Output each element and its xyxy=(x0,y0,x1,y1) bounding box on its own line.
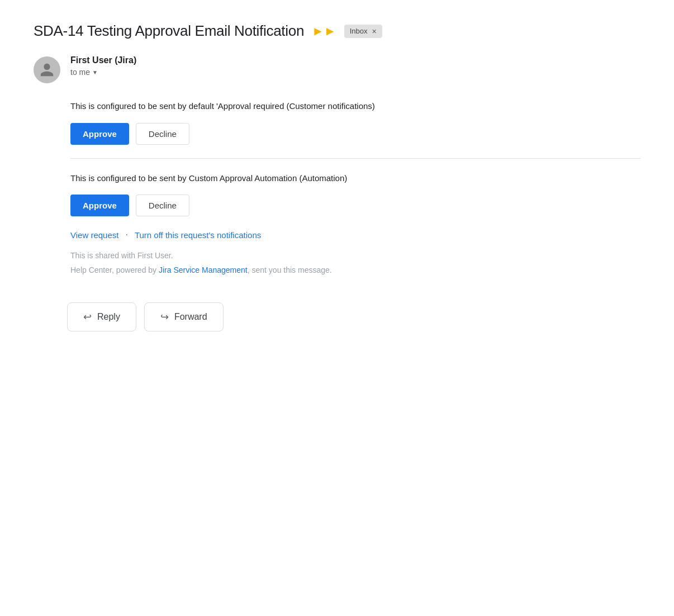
inbox-badge-close[interactable]: × xyxy=(372,27,376,36)
sender-to-label: to me xyxy=(70,68,90,77)
section1-text: This is configured to be sent by default… xyxy=(70,100,640,113)
action-buttons-row: ↩ Reply ↪ Forward xyxy=(67,302,640,331)
email-section-1: This is configured to be sent by default… xyxy=(70,100,640,145)
view-request-link[interactable]: View request xyxy=(70,230,118,240)
avatar xyxy=(34,56,60,83)
forward-label: Forward xyxy=(174,312,207,322)
section2-approve-button[interactable]: Approve xyxy=(70,195,129,216)
dot-separator: · xyxy=(125,230,127,240)
jira-service-management-link[interactable]: Jira Service Management xyxy=(159,266,248,274)
sender-row: First User (Jira) to me ▼ xyxy=(34,55,640,83)
email-section-2: This is configured to be sent by Custom … xyxy=(70,172,640,217)
powered-by-prefix: Help Center, powered by xyxy=(70,266,159,274)
turn-off-notifications-link[interactable]: Turn off this request's notifications xyxy=(135,230,261,240)
forward-button[interactable]: ↪ Forward xyxy=(144,302,224,331)
forward-icon: ↪ xyxy=(160,311,169,323)
links-row: View request · Turn off this request's n… xyxy=(70,230,640,240)
sender-info: First User (Jira) to me ▼ xyxy=(70,55,136,77)
section-divider xyxy=(70,158,640,159)
sender-name: First User (Jira) xyxy=(70,55,136,65)
chevron-down-icon: ▼ xyxy=(92,69,98,75)
email-subject: SDA-14 Testing Approval Email Notificati… xyxy=(34,22,304,40)
person-icon xyxy=(39,62,55,78)
email-subject-row: SDA-14 Testing Approval Email Notificati… xyxy=(34,22,640,40)
powered-by-suffix: , sent you this message. xyxy=(248,266,332,274)
forward-arrow-icon: ►► xyxy=(312,24,336,39)
reply-button[interactable]: ↩ Reply xyxy=(67,302,136,331)
section2-text: This is configured to be sent by Custom … xyxy=(70,172,640,185)
section2-decline-button[interactable]: Decline xyxy=(136,195,189,216)
powered-by-text: Help Center, powered by Jira Service Man… xyxy=(70,266,640,274)
email-body: This is configured to be sent by default… xyxy=(70,100,640,274)
reply-label: Reply xyxy=(97,312,120,322)
section1-approve-button[interactable]: Approve xyxy=(70,123,129,145)
sender-to-row[interactable]: to me ▼ xyxy=(70,68,136,77)
reply-icon: ↩ xyxy=(83,311,92,323)
section1-button-row: Approve Decline xyxy=(70,123,640,145)
section2-button-row: Approve Decline xyxy=(70,195,640,216)
inbox-badge-label: Inbox xyxy=(350,27,368,35)
inbox-badge: Inbox × xyxy=(344,25,382,38)
section1-decline-button[interactable]: Decline xyxy=(136,123,189,145)
shared-text: This is shared with First User. xyxy=(70,251,640,260)
